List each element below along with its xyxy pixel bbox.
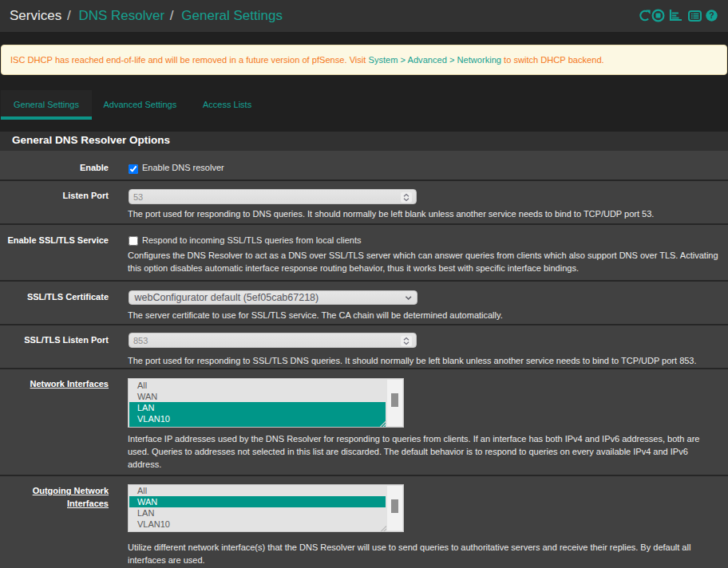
svg-text:?: ? (709, 10, 714, 20)
